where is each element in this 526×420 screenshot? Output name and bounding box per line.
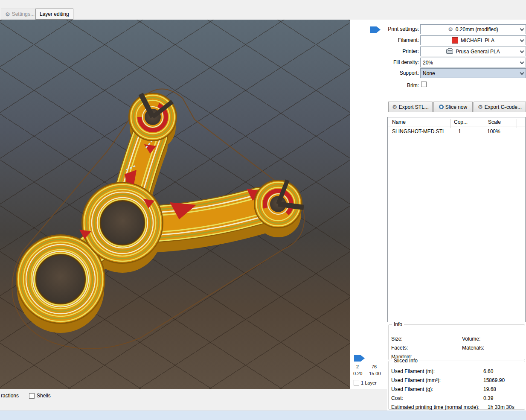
slice-icon (439, 105, 444, 109)
print-time-label: Estimated printing time (normal mode): (391, 404, 480, 410)
cost-value: 0.39 (483, 395, 493, 401)
fill-density-label: Fill density: (387, 59, 419, 65)
tab-layer-editing[interactable]: Layer editing (35, 9, 73, 20)
materials-label: Materials: (462, 345, 484, 351)
sliced-info-title: Sliced Info (392, 358, 419, 364)
printer-value: Prusa General PLA (456, 49, 500, 55)
shells-toggle[interactable]: Shells (29, 393, 51, 399)
layer-slider-max-handle[interactable] (370, 26, 381, 33)
fill-density-value: 20% (423, 60, 433, 66)
printer-icon (446, 49, 453, 54)
volume-label: Volume: (462, 336, 480, 342)
object-copies-cell: 1 (458, 128, 461, 134)
printer-combobox[interactable]: Prusa General PLA (420, 47, 526, 56)
info-groupbox: Info Size: Volume: Facets: Materials: Ma… (388, 324, 525, 360)
export-gcode-button[interactable]: ⚙ Export G-code... (474, 102, 526, 112)
min-z-height: 0.20 (353, 371, 362, 376)
used-filament-g-value: 19.68 (483, 386, 496, 392)
status-bar (0, 411, 526, 420)
gear-icon: ⚙ (5, 12, 10, 17)
one-layer-label: 1 Layer (361, 380, 377, 385)
action-buttons-row: ⚙ Export STL... Slice now ⚙ Export G-cod… (387, 102, 526, 112)
tab-settings[interactable]: ⚙ Settings... (1, 9, 39, 20)
right-panel: Print settings: ⚙ 0.20mm (modified) Fila… (387, 20, 526, 411)
export-stl-label: Export STL... (399, 104, 429, 110)
print-time-value: 1h 33m 30s (488, 404, 514, 410)
chevron-down-icon (520, 71, 524, 75)
column-header-copies[interactable]: Cop... (454, 119, 468, 125)
object-list-table: Name Cop... Scale SLINGSHOT-MED.STL 1 10… (387, 117, 526, 322)
gear-icon: ⚙ (392, 104, 397, 110)
3d-viewport[interactable] (0, 20, 350, 389)
table-row[interactable]: SLINGSHOT-MED.STL 1 100% (388, 127, 525, 135)
tab-layer-editing-label: Layer editing (40, 11, 69, 17)
min-layer-number: 2 (356, 364, 359, 369)
cost-label: Cost: (391, 395, 403, 401)
max-z-height: 15.00 (369, 371, 381, 376)
printer-label: Printer: (387, 48, 419, 54)
used-filament-mm3-value: 15869.90 (483, 377, 505, 383)
chevron-down-icon (520, 60, 524, 64)
object-name-cell: SLINGSHOT-MED.STL (392, 128, 445, 134)
one-layer-toggle[interactable]: 1 Layer (354, 380, 377, 385)
used-filament-m-value: 6.60 (483, 368, 493, 374)
sliced-info-groupbox: Sliced Info Used Filament (m): 6.60 Used… (388, 361, 525, 410)
interactions-label: ractions (1, 393, 19, 399)
slicer-window: ⚙ Settings... Layer editing (0, 0, 526, 420)
slice-now-label: Slice now (445, 104, 467, 110)
tab-settings-label: Settings... (12, 11, 35, 17)
chevron-down-icon (520, 49, 524, 53)
shells-checkbox[interactable] (29, 393, 35, 399)
support-combobox[interactable]: None (420, 68, 526, 78)
used-filament-m-label: Used Filament (m): (391, 368, 435, 374)
gear-icon: ⚙ (478, 104, 483, 110)
sliced-model-preview (0, 20, 350, 389)
chevron-down-icon (520, 38, 524, 42)
max-layer-number: 76 (372, 364, 377, 369)
filament-value: MICHAEL PLA (461, 38, 494, 44)
filament-row: Filament: MICHAEL PLA (387, 35, 526, 45)
brim-label: Brim: (387, 82, 419, 88)
object-table-header: Name Cop... Scale (388, 117, 525, 126)
filament-color-swatch (452, 37, 458, 44)
shells-label: Shells (37, 393, 51, 399)
printer-row: Printer: Prusa General PLA (387, 47, 526, 56)
layer-slider-min-handle[interactable] (354, 355, 365, 362)
used-filament-g-label: Used Filament (g): (391, 386, 433, 392)
info-title: Info (392, 321, 404, 327)
filament-combobox[interactable]: MICHAEL PLA (420, 35, 526, 45)
object-scale-cell: 100% (487, 128, 500, 134)
support-row: Support: None (387, 68, 526, 78)
view-options-bar: ractions Shells (0, 389, 387, 411)
brim-row: Brim: (387, 81, 526, 90)
tab-bar: ⚙ Settings... Layer editing (0, 0, 526, 20)
export-gcode-label: Export G-code... (485, 104, 522, 110)
brim-checkbox[interactable] (421, 82, 427, 87)
chevron-down-icon (520, 27, 524, 31)
print-settings-combobox[interactable]: ⚙ 0.20mm (modified) (420, 24, 526, 34)
facets-label: Facets: (391, 345, 408, 351)
used-filament-mm3-label: Used Filament (mm³): (391, 377, 441, 383)
support-value: None (423, 70, 435, 76)
export-stl-button[interactable]: ⚙ Export STL... (388, 102, 433, 112)
one-layer-checkbox[interactable] (354, 380, 359, 385)
size-label: Size: (391, 336, 403, 342)
column-header-scale[interactable]: Scale (488, 119, 501, 125)
column-header-name[interactable]: Name (392, 119, 406, 125)
fill-density-combobox[interactable]: 20% (420, 58, 526, 67)
slice-now-button[interactable]: Slice now (433, 102, 473, 112)
support-label: Support: (387, 70, 419, 76)
fill-density-row: Fill density: 20% (387, 58, 526, 67)
interactions-toggle[interactable]: ractions (1, 393, 19, 399)
layer-slider-column: 2 76 0.20 15.00 1 Layer (350, 20, 387, 389)
print-settings-row: Print settings: ⚙ 0.20mm (modified) (387, 24, 526, 34)
print-settings-label: Print settings: (387, 26, 419, 32)
gear-icon: ⚙ (448, 26, 453, 32)
print-settings-value: 0.20mm (modified) (456, 26, 498, 32)
filament-label: Filament: (387, 37, 419, 43)
